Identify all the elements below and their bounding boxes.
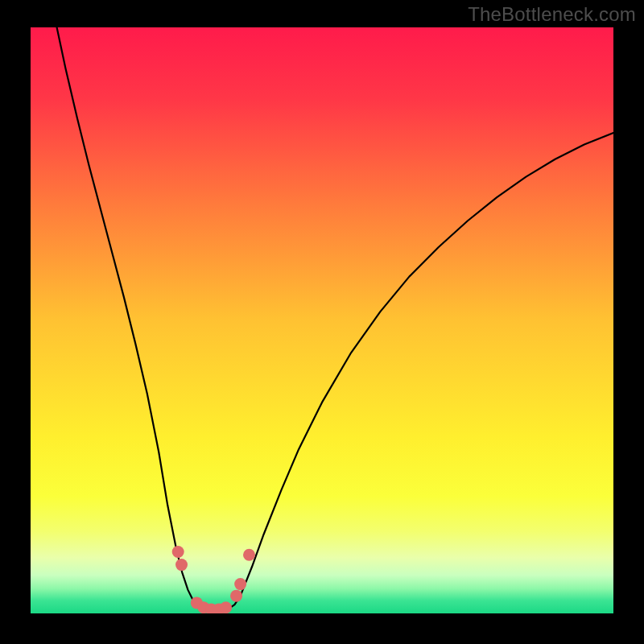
curve-path [57,27,613,611]
curve-marker [243,549,255,561]
watermark-text: TheBottleneck.com [468,3,636,26]
plot-area [31,27,613,613]
curve-marker [234,578,246,590]
curve-marker [172,546,184,558]
curve-marker [220,601,232,613]
curve-marker [230,590,242,602]
bottleneck-curve [57,27,613,611]
curve-marker [175,559,188,571]
plot-svg [31,27,613,613]
outer-frame: TheBottleneck.com [0,0,644,644]
